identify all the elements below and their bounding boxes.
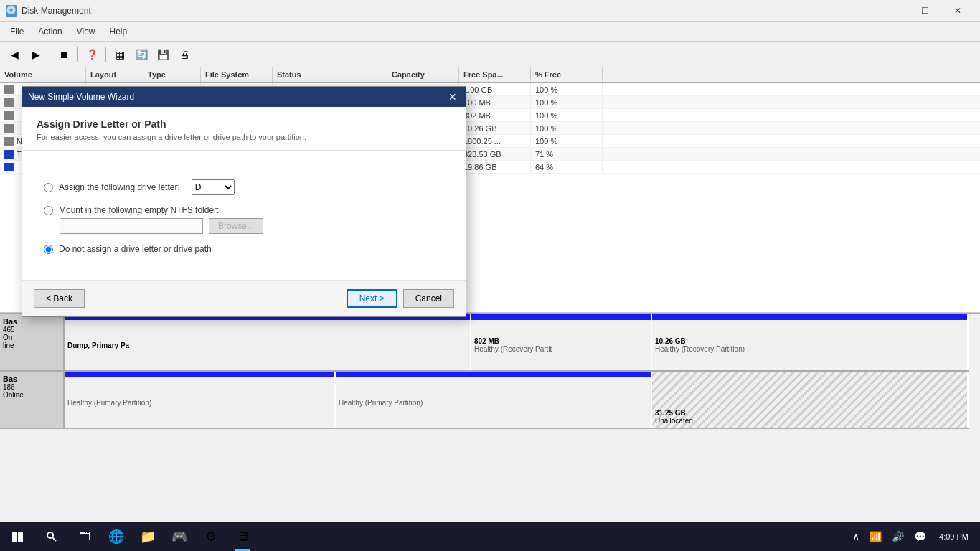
tray-volume[interactable]: 🔊 [889, 531, 907, 542]
partition-2-1[interactable]: Healthy (Primary Partition) [65, 372, 336, 428]
save-button[interactable]: 💾 [153, 44, 173, 65]
disk-map: Bas 465 Online Dump, Primary Pa 802 MB H… [0, 313, 980, 528]
disk-size-2: 186 [3, 383, 60, 391]
col-pctfree[interactable]: % Free [531, 67, 603, 82]
radio-no-assign[interactable] [44, 245, 53, 254]
window-title: Disk Management [22, 6, 91, 16]
minimize-button[interactable]: — [875, 0, 908, 22]
wizard-title: New Simple Volume Wizard [28, 92, 134, 102]
partition-bar-2-2 [336, 372, 651, 377]
wizard-content: Assign the following drive letter: D E F… [22, 151, 466, 280]
partition-name-1-2: 802 MB [474, 337, 648, 345]
option-assign-letter: Assign the following drive letter: D E F [44, 179, 444, 195]
unallocated-label: Unallocated [655, 417, 964, 425]
partition-1-1[interactable]: Dump, Primary Pa [65, 314, 471, 370]
menu-file[interactable]: File [3, 24, 31, 39]
title-left: 💿 Disk Management [6, 5, 91, 17]
system-clock[interactable]: 4:09 PM [933, 532, 974, 541]
taskbar-right: ∧ 📶 🔊 💬 4:09 PM [849, 531, 980, 542]
partition-type-2-1: Healthy (Primary Partition) [67, 399, 331, 407]
svg-line-5 [52, 537, 56, 541]
disk-label-2: Bas 186 Online [0, 372, 65, 428]
label-no-assign[interactable]: Do not assign a drive letter or drive pa… [59, 244, 212, 254]
label-mount-folder[interactable]: Mount in the following empty NTFS folder… [59, 205, 219, 215]
partition-1-2[interactable]: 802 MB Healthy (Recovery Partit [471, 314, 652, 370]
radio-mount-folder[interactable] [44, 206, 53, 215]
menu-view[interactable]: View [70, 24, 103, 39]
partition-type-1-2: Healthy (Recovery Partit [474, 345, 648, 353]
partition-2-2[interactable]: Healthy (Primary Partition) [336, 372, 652, 428]
maximize-button[interactable]: ☐ [908, 0, 941, 22]
partition-2-3[interactable]: 31.25 GB Unallocated [652, 372, 969, 428]
start-button[interactable] [0, 522, 34, 551]
back-button[interactable]: < Back [34, 289, 85, 308]
menu-help[interactable]: Help [103, 24, 135, 39]
label-assign-letter[interactable]: Assign the following drive letter: [59, 182, 180, 192]
back-button[interactable]: ◀ [4, 44, 24, 65]
title-controls[interactable]: — ☐ ✕ [875, 0, 974, 22]
partition-name-1-3: 10.26 GB [655, 337, 964, 345]
grid-button[interactable]: ▦ [110, 44, 130, 65]
td-freespace: 19.86 GB [459, 161, 531, 173]
unallocated-size: 31.25 GB [655, 409, 964, 417]
forward-button[interactable]: ▶ [26, 44, 46, 65]
partition-1-3[interactable]: 10.26 GB Healthy (Recovery Partition) [652, 314, 969, 370]
refresh-button[interactable]: 🔄 [131, 44, 151, 65]
disk-scrollbar[interactable] [969, 314, 980, 528]
cancel-button[interactable]: Cancel [403, 289, 454, 308]
browse-button[interactable]: Browse... [209, 218, 263, 234]
disk-status-1: Online [3, 334, 60, 349]
option-no-assign: Do not assign a drive letter or drive pa… [44, 244, 444, 254]
taskbar-store[interactable]: 🎮 [164, 522, 195, 551]
next-button[interactable]: Next > [347, 289, 397, 308]
toolbar-separator-1 [50, 47, 50, 62]
disk-partitions-2: Healthy (Primary Partition) Healthy (Pri… [65, 372, 969, 428]
td-freespace: 100 MB [459, 96, 531, 108]
table-header: Volume Layout Type File System Status Ca… [0, 67, 980, 83]
taskbar-disk-mgmt[interactable]: 🖥 [227, 522, 258, 551]
partition-type-2-2: Healthy (Primary Partition) [339, 399, 648, 407]
td-freespace: 802 MB [459, 109, 531, 121]
tray-network[interactable]: 📶 [867, 531, 885, 542]
wizard-titlebar: New Simple Volume Wizard ✕ [22, 87, 466, 107]
td-pctfree: 100 % [531, 83, 603, 95]
col-layout[interactable]: Layout [86, 67, 143, 82]
disk-label-1: Bas 465 Online [0, 314, 65, 370]
print-button[interactable]: 🖨 [174, 44, 194, 65]
disk-name-1: Bas [3, 317, 60, 326]
menu-action[interactable]: Action [31, 24, 69, 39]
td-pctfree: 100 % [531, 109, 603, 121]
path-input[interactable] [60, 218, 203, 234]
wizard-close-button[interactable]: ✕ [446, 90, 460, 104]
disk-partitions-1: Dump, Primary Pa 802 MB Healthy (Recover… [65, 314, 969, 370]
taskbar-explorer[interactable]: 📁 [132, 522, 164, 551]
search-button[interactable] [34, 522, 69, 551]
toolbar-separator-2 [77, 47, 78, 62]
properties-button[interactable]: ⏹ [54, 44, 74, 65]
td-pctfree: 100 % [531, 122, 603, 134]
taskbar-browser[interactable]: 🌐 [100, 522, 132, 551]
close-button[interactable]: ✕ [941, 0, 974, 22]
tray-chevron[interactable]: ∧ [849, 531, 862, 542]
td-pctfree: 64 % [531, 161, 603, 173]
mount-folder-inputs: Browse... [60, 218, 444, 234]
svg-rect-3 [18, 537, 23, 542]
col-volume[interactable]: Volume [0, 67, 86, 82]
radio-assign-letter[interactable] [44, 183, 53, 192]
col-freespace[interactable]: Free Spa... [459, 67, 531, 82]
menu-bar: File Action View Help [0, 22, 980, 42]
col-status[interactable]: Status [273, 67, 387, 82]
disk-name-2: Bas [3, 375, 60, 383]
taskbar-settings[interactable]: ⚙ [195, 522, 227, 551]
col-filesystem[interactable]: File System [201, 67, 273, 82]
col-type[interactable]: Type [143, 67, 201, 82]
partition-info-2-2: Healthy (Primary Partition) [336, 377, 651, 428]
tray-notification[interactable]: 💬 [911, 531, 929, 542]
taskbar-task-view[interactable]: 🗔 [69, 522, 100, 551]
drive-letter-select[interactable]: D E F [192, 179, 235, 195]
col-capacity[interactable]: Capacity [387, 67, 459, 82]
td-freespace: 10.26 GB [459, 122, 531, 134]
td-pctfree: 100 % [531, 96, 603, 108]
partition-type-1-3: Healthy (Recovery Partition) [655, 345, 964, 353]
help-button[interactable]: ❓ [82, 44, 102, 65]
